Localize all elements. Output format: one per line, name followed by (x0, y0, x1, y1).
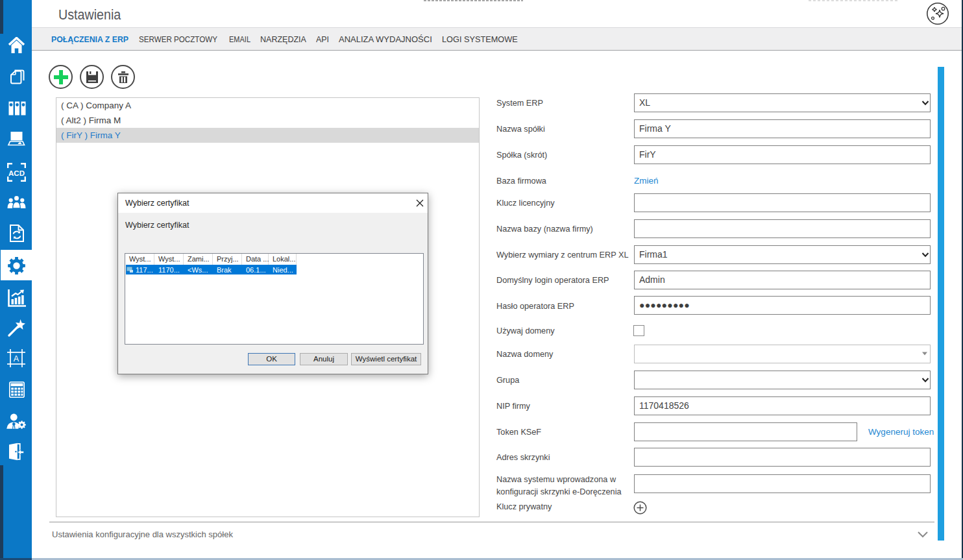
svg-text:A: A (14, 354, 19, 363)
svg-text:ACD: ACD (8, 169, 25, 177)
